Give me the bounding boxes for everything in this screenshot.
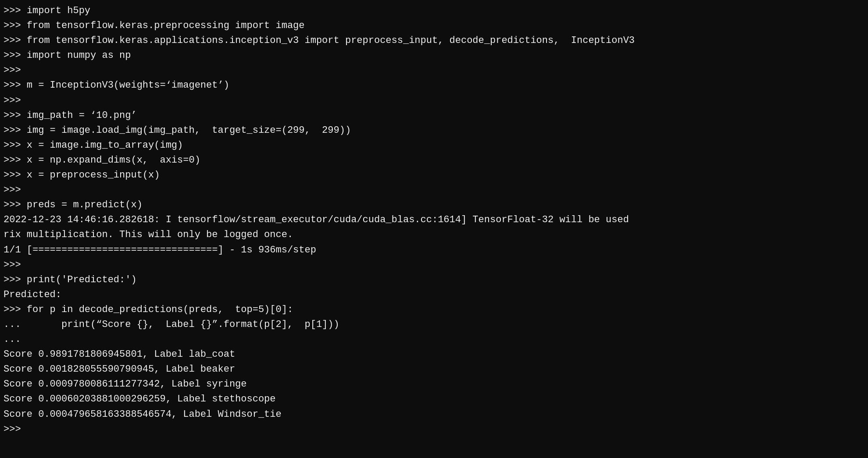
terminal-line: rix multiplication. This will only be lo… xyxy=(0,227,868,242)
terminal: >>> import h5py>>> from tensorflow.keras… xyxy=(0,0,868,458)
terminal-line: >>> x = np.expand_dims(x, axis=0) xyxy=(0,153,868,168)
terminal-line: >>> xyxy=(0,183,868,198)
terminal-line: 1/1 [================================] -… xyxy=(0,243,868,258)
terminal-line: >>> x = preprocess_input(x) xyxy=(0,168,868,183)
terminal-line: >>> print('Predicted:') xyxy=(0,273,868,288)
terminal-line: Score 0.00060203881000296259, Label stet… xyxy=(0,392,868,407)
terminal-line: >>> m = InceptionV3(weights=‘imagenet’) xyxy=(0,78,868,93)
terminal-line: >>> import h5py xyxy=(0,4,868,18)
terminal-line: >>> preds = m.predict(x) xyxy=(0,198,868,213)
terminal-line: 2022-12-23 14:46:16.282618: I tensorflow… xyxy=(0,213,868,227)
terminal-line: Score 0.000479658163388546574, Label Win… xyxy=(0,407,868,422)
terminal-line: >>> xyxy=(0,258,868,273)
terminal-line: Score 0.9891781806945801, Label lab_coat xyxy=(0,347,868,362)
terminal-line: >>> for p in decode_predictions(preds, t… xyxy=(0,302,868,317)
terminal-line: ... xyxy=(0,332,868,347)
terminal-line: Predicted: xyxy=(0,288,868,302)
terminal-line: ... print(“Score {}, Label {}”.format(p[… xyxy=(0,317,868,332)
terminal-line: >>> import numpy as np xyxy=(0,48,868,63)
terminal-line: >>> x = image.img_to_array(img) xyxy=(0,138,868,153)
terminal-line: >>> xyxy=(0,93,868,108)
terminal-line: >>> from tensorflow.keras.applications.i… xyxy=(0,33,868,48)
terminal-line: >>> img = image.load_img(img_path, targe… xyxy=(0,123,868,138)
terminal-line: Score 0.001828055590790945, Label beaker xyxy=(0,362,868,377)
terminal-line: Score 0.0009780086111277342, Label syrin… xyxy=(0,377,868,392)
terminal-line: >>> xyxy=(0,422,868,437)
terminal-line: >>> img_path = ‘10.png’ xyxy=(0,108,868,123)
terminal-line: >>> from tensorflow.keras.preprocessing … xyxy=(0,18,868,33)
terminal-line: >>> xyxy=(0,63,868,78)
